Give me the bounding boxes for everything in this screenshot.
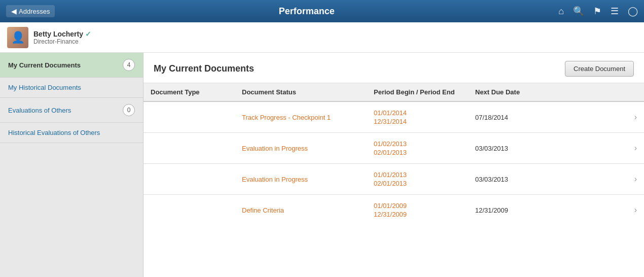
user-info: Betty Locherty ✓ Director-Finance <box>33 30 91 45</box>
table-row[interactable]: Track Progress - Checkpoint 1 01/01/2014… <box>144 101 644 133</box>
doc-status-text: Define Criteria <box>242 206 284 214</box>
next-due-date: 03/03/2013 <box>475 145 508 152</box>
avatar: 👤 <box>7 27 28 48</box>
doc-type-cell <box>144 133 235 164</box>
period-begin: 01/02/2013 <box>374 140 407 148</box>
back-arrow-icon: ◀ <box>11 7 17 15</box>
table-header-row: Document Type Document Status Period Beg… <box>144 83 644 101</box>
home-icon[interactable]: ⌂ <box>558 6 564 17</box>
period-end: 12/31/2009 <box>374 211 407 218</box>
user-name: Betty Locherty ✓ <box>33 30 91 38</box>
doc-status-text: Evaluation in Progress <box>242 145 308 152</box>
row-chevron-icon: › <box>629 205 637 215</box>
back-button[interactable]: ◀ Addresses <box>6 5 55 17</box>
sidebar-item-historical-evaluations-of-others[interactable]: Historical Evaluations of Others <box>0 123 143 143</box>
next-due-date: 07/18/2014 <box>475 114 508 121</box>
documents-table: Document Type Document Status Period Beg… <box>144 83 644 225</box>
main-header: My Current Documents Create Document <box>144 53 644 83</box>
period-end: 12/31/2014 <box>374 118 407 125</box>
sidebar-label: Historical Evaluations of Others <box>8 129 100 136</box>
doc-status-text: Track Progress - Checkpoint 1 <box>242 114 331 121</box>
row-chevron-icon: › <box>629 175 637 184</box>
doc-period-cell: 01/02/2013 02/01/2013 <box>367 133 468 164</box>
verified-icon: ✓ <box>85 30 91 38</box>
doc-status-cell: Track Progress - Checkpoint 1 <box>235 101 367 133</box>
sidebar: My Current Documents 4 My Historical Doc… <box>0 53 144 277</box>
period-dates: 01/02/2013 02/01/2013 <box>374 140 407 156</box>
create-document-button[interactable]: Create Document <box>565 61 634 77</box>
period-end: 02/01/2013 <box>374 149 407 156</box>
flag-icon[interactable]: ⚑ <box>593 6 601 17</box>
col-document-status: Document Status <box>235 83 367 101</box>
period-dates: 01/01/2014 12/31/2014 <box>374 109 407 125</box>
col-period: Period Begin / Period End <box>367 83 468 101</box>
search-icon[interactable]: 🔍 <box>573 6 584 17</box>
sidebar-label: My Historical Documents <box>8 84 81 91</box>
sidebar-label: Evaluations of Others <box>8 107 71 114</box>
menu-icon[interactable]: ☰ <box>611 6 619 17</box>
period-begin: 01/01/2009 <box>374 202 407 210</box>
doc-due-cell: 03/03/2013 › <box>468 133 644 164</box>
sidebar-badge: 4 <box>123 59 135 71</box>
sidebar-item-my-historical-documents[interactable]: My Historical Documents <box>0 78 143 98</box>
doc-due-cell: 12/31/2009 › <box>468 195 644 226</box>
period-dates: 01/01/2009 12/31/2009 <box>374 202 407 218</box>
page-title: Performance <box>55 6 558 17</box>
user-job-title: Director-Finance <box>33 38 91 45</box>
table-row[interactable]: Evaluation in Progress 01/02/2013 02/01/… <box>144 133 644 164</box>
doc-type-cell <box>144 164 235 195</box>
header-icons: ⌂ 🔍 ⚑ ☰ ◯ <box>558 6 638 17</box>
next-due-date: 03/03/2013 <box>475 176 508 183</box>
period-begin: 01/01/2014 <box>374 109 407 117</box>
sidebar-label: My Current Documents <box>8 61 81 69</box>
avatar-image: 👤 <box>7 27 28 48</box>
col-next-due-date: Next Due Date <box>468 83 644 101</box>
doc-status-cell: Define Criteria <box>235 195 367 226</box>
doc-due-cell: 03/03/2013 › <box>468 164 644 195</box>
back-label: Addresses <box>19 8 50 15</box>
main-section-title: My Current Documents <box>154 63 254 74</box>
app-header: ◀ Addresses Performance ⌂ 🔍 ⚑ ☰ ◯ <box>0 0 644 22</box>
doc-period-cell: 01/01/2013 02/01/2013 <box>367 164 468 195</box>
user-bar: 👤 Betty Locherty ✓ Director-Finance <box>0 22 644 53</box>
period-begin: 01/01/2013 <box>374 171 407 179</box>
next-due-date: 12/31/2009 <box>475 206 508 214</box>
period-dates: 01/01/2013 02/01/2013 <box>374 171 407 187</box>
sidebar-badge: 0 <box>123 104 135 116</box>
period-end: 02/01/2013 <box>374 180 407 187</box>
table-row[interactable]: Evaluation in Progress 01/01/2013 02/01/… <box>144 164 644 195</box>
compass-icon[interactable]: ◯ <box>628 6 638 17</box>
sidebar-item-evaluations-of-others[interactable]: Evaluations of Others 0 <box>0 98 143 123</box>
col-document-type: Document Type <box>144 83 235 101</box>
main-content: My Current Documents Create Document Doc… <box>144 53 644 277</box>
doc-type-cell <box>144 195 235 226</box>
doc-status-text: Evaluation in Progress <box>242 176 308 183</box>
doc-status-cell: Evaluation in Progress <box>235 133 367 164</box>
doc-period-cell: 01/01/2009 12/31/2009 <box>367 195 468 226</box>
table-row[interactable]: Define Criteria 01/01/2009 12/31/2009 12… <box>144 195 644 226</box>
row-chevron-icon: › <box>629 144 637 153</box>
doc-period-cell: 01/01/2014 12/31/2014 <box>367 101 468 133</box>
row-chevron-icon: › <box>629 113 637 122</box>
doc-due-cell: 07/18/2014 › <box>468 101 644 133</box>
sidebar-item-my-current-documents[interactable]: My Current Documents 4 <box>0 53 143 78</box>
doc-status-cell: Evaluation in Progress <box>235 164 367 195</box>
main-layout: My Current Documents 4 My Historical Doc… <box>0 53 644 277</box>
doc-type-cell <box>144 101 235 133</box>
